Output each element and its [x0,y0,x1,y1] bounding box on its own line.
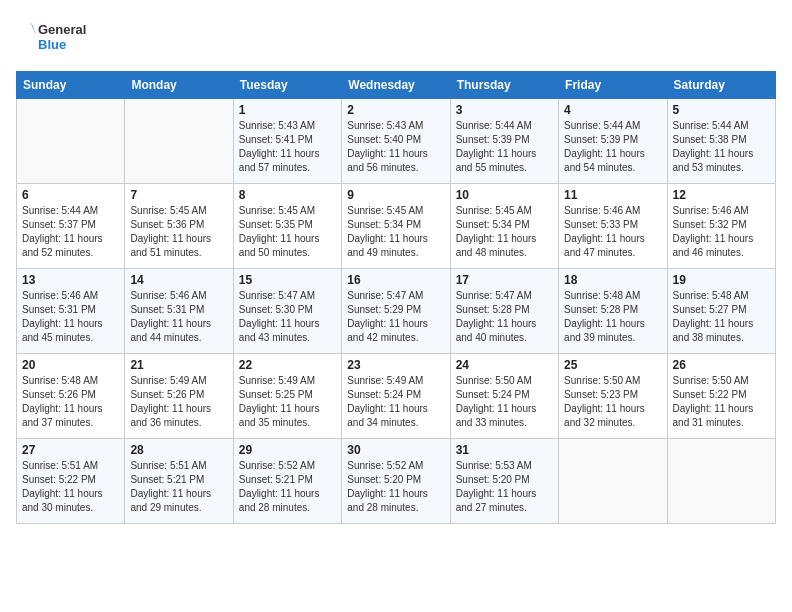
weekday-header: Saturday [667,72,775,99]
calendar-cell: 11Sunrise: 5:46 AMSunset: 5:33 PMDayligh… [559,184,667,269]
day-number: 30 [347,443,444,457]
day-info: Sunrise: 5:46 AMSunset: 5:33 PMDaylight:… [564,204,661,260]
day-number: 29 [239,443,336,457]
calendar-cell: 31Sunrise: 5:53 AMSunset: 5:20 PMDayligh… [450,439,558,524]
day-info: Sunrise: 5:45 AMSunset: 5:35 PMDaylight:… [239,204,336,260]
calendar-cell [125,99,233,184]
calendar-week-row: 27Sunrise: 5:51 AMSunset: 5:22 PMDayligh… [17,439,776,524]
calendar-cell: 5Sunrise: 5:44 AMSunset: 5:38 PMDaylight… [667,99,775,184]
day-number: 9 [347,188,444,202]
day-info: Sunrise: 5:43 AMSunset: 5:40 PMDaylight:… [347,119,444,175]
calendar-cell: 27Sunrise: 5:51 AMSunset: 5:22 PMDayligh… [17,439,125,524]
weekday-header: Thursday [450,72,558,99]
day-info: Sunrise: 5:43 AMSunset: 5:41 PMDaylight:… [239,119,336,175]
day-info: Sunrise: 5:48 AMSunset: 5:28 PMDaylight:… [564,289,661,345]
day-number: 8 [239,188,336,202]
calendar-cell: 3Sunrise: 5:44 AMSunset: 5:39 PMDaylight… [450,99,558,184]
day-info: Sunrise: 5:44 AMSunset: 5:38 PMDaylight:… [673,119,770,175]
weekday-header: Friday [559,72,667,99]
calendar-cell: 20Sunrise: 5:48 AMSunset: 5:26 PMDayligh… [17,354,125,439]
day-number: 12 [673,188,770,202]
weekday-header-row: SundayMondayTuesdayWednesdayThursdayFrid… [17,72,776,99]
day-info: Sunrise: 5:47 AMSunset: 5:28 PMDaylight:… [456,289,553,345]
day-info: Sunrise: 5:46 AMSunset: 5:32 PMDaylight:… [673,204,770,260]
calendar-cell: 17Sunrise: 5:47 AMSunset: 5:28 PMDayligh… [450,269,558,354]
day-info: Sunrise: 5:49 AMSunset: 5:26 PMDaylight:… [130,374,227,430]
calendar-cell: 15Sunrise: 5:47 AMSunset: 5:30 PMDayligh… [233,269,341,354]
day-info: Sunrise: 5:49 AMSunset: 5:24 PMDaylight:… [347,374,444,430]
day-number: 4 [564,103,661,117]
calendar-cell: 4Sunrise: 5:44 AMSunset: 5:39 PMDaylight… [559,99,667,184]
logo-svg: General Blue [16,16,96,61]
calendar-cell: 21Sunrise: 5:49 AMSunset: 5:26 PMDayligh… [125,354,233,439]
day-number: 1 [239,103,336,117]
day-info: Sunrise: 5:44 AMSunset: 5:39 PMDaylight:… [564,119,661,175]
calendar-cell: 19Sunrise: 5:48 AMSunset: 5:27 PMDayligh… [667,269,775,354]
day-number: 22 [239,358,336,372]
calendar-cell: 24Sunrise: 5:50 AMSunset: 5:24 PMDayligh… [450,354,558,439]
day-number: 25 [564,358,661,372]
day-info: Sunrise: 5:52 AMSunset: 5:20 PMDaylight:… [347,459,444,515]
calendar-cell: 25Sunrise: 5:50 AMSunset: 5:23 PMDayligh… [559,354,667,439]
day-number: 11 [564,188,661,202]
day-number: 18 [564,273,661,287]
day-info: Sunrise: 5:51 AMSunset: 5:22 PMDaylight:… [22,459,119,515]
day-number: 27 [22,443,119,457]
calendar-cell: 9Sunrise: 5:45 AMSunset: 5:34 PMDaylight… [342,184,450,269]
day-info: Sunrise: 5:45 AMSunset: 5:34 PMDaylight:… [347,204,444,260]
calendar-cell: 23Sunrise: 5:49 AMSunset: 5:24 PMDayligh… [342,354,450,439]
calendar-cell: 16Sunrise: 5:47 AMSunset: 5:29 PMDayligh… [342,269,450,354]
day-number: 13 [22,273,119,287]
day-info: Sunrise: 5:47 AMSunset: 5:29 PMDaylight:… [347,289,444,345]
svg-marker-2 [26,21,34,41]
calendar-cell: 10Sunrise: 5:45 AMSunset: 5:34 PMDayligh… [450,184,558,269]
logo: General Blue [16,16,96,61]
day-number: 28 [130,443,227,457]
day-info: Sunrise: 5:52 AMSunset: 5:21 PMDaylight:… [239,459,336,515]
svg-marker-3 [30,21,36,36]
day-info: Sunrise: 5:44 AMSunset: 5:37 PMDaylight:… [22,204,119,260]
day-number: 26 [673,358,770,372]
day-number: 7 [130,188,227,202]
calendar-cell: 1Sunrise: 5:43 AMSunset: 5:41 PMDaylight… [233,99,341,184]
day-info: Sunrise: 5:45 AMSunset: 5:34 PMDaylight:… [456,204,553,260]
weekday-header: Sunday [17,72,125,99]
day-info: Sunrise: 5:46 AMSunset: 5:31 PMDaylight:… [130,289,227,345]
calendar-cell: 26Sunrise: 5:50 AMSunset: 5:22 PMDayligh… [667,354,775,439]
day-number: 20 [22,358,119,372]
calendar-cell: 28Sunrise: 5:51 AMSunset: 5:21 PMDayligh… [125,439,233,524]
day-number: 2 [347,103,444,117]
calendar-week-row: 1Sunrise: 5:43 AMSunset: 5:41 PMDaylight… [17,99,776,184]
calendar-cell: 12Sunrise: 5:46 AMSunset: 5:32 PMDayligh… [667,184,775,269]
day-number: 15 [239,273,336,287]
calendar-cell: 18Sunrise: 5:48 AMSunset: 5:28 PMDayligh… [559,269,667,354]
day-number: 23 [347,358,444,372]
day-info: Sunrise: 5:53 AMSunset: 5:20 PMDaylight:… [456,459,553,515]
calendar-cell: 14Sunrise: 5:46 AMSunset: 5:31 PMDayligh… [125,269,233,354]
weekday-header: Monday [125,72,233,99]
day-number: 3 [456,103,553,117]
calendar-week-row: 13Sunrise: 5:46 AMSunset: 5:31 PMDayligh… [17,269,776,354]
day-number: 31 [456,443,553,457]
day-number: 16 [347,273,444,287]
day-info: Sunrise: 5:45 AMSunset: 5:36 PMDaylight:… [130,204,227,260]
day-number: 17 [456,273,553,287]
day-info: Sunrise: 5:51 AMSunset: 5:21 PMDaylight:… [130,459,227,515]
day-info: Sunrise: 5:44 AMSunset: 5:39 PMDaylight:… [456,119,553,175]
day-info: Sunrise: 5:46 AMSunset: 5:31 PMDaylight:… [22,289,119,345]
calendar-cell: 6Sunrise: 5:44 AMSunset: 5:37 PMDaylight… [17,184,125,269]
weekday-header: Wednesday [342,72,450,99]
day-info: Sunrise: 5:50 AMSunset: 5:24 PMDaylight:… [456,374,553,430]
calendar-cell: 30Sunrise: 5:52 AMSunset: 5:20 PMDayligh… [342,439,450,524]
svg-text:General: General [38,22,86,37]
day-number: 14 [130,273,227,287]
calendar-cell: 8Sunrise: 5:45 AMSunset: 5:35 PMDaylight… [233,184,341,269]
day-info: Sunrise: 5:48 AMSunset: 5:26 PMDaylight:… [22,374,119,430]
calendar-cell: 29Sunrise: 5:52 AMSunset: 5:21 PMDayligh… [233,439,341,524]
calendar-week-row: 6Sunrise: 5:44 AMSunset: 5:37 PMDaylight… [17,184,776,269]
calendar-cell: 22Sunrise: 5:49 AMSunset: 5:25 PMDayligh… [233,354,341,439]
day-info: Sunrise: 5:50 AMSunset: 5:23 PMDaylight:… [564,374,661,430]
svg-text:Blue: Blue [38,37,66,52]
weekday-header: Tuesday [233,72,341,99]
day-number: 24 [456,358,553,372]
